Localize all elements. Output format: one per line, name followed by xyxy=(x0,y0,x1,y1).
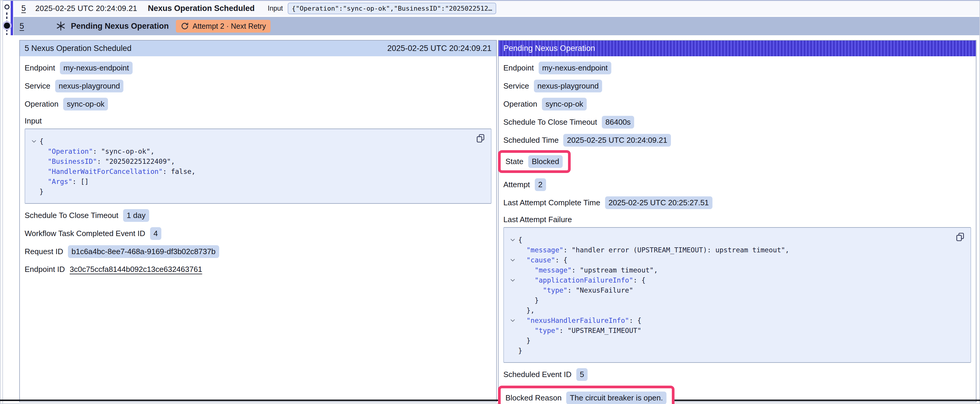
code-line: "type": "UPSTREAM_TIMEOUT" xyxy=(507,325,964,336)
code-line: "BusinessID": "20250225122409", xyxy=(28,156,485,166)
code-line: "message": "handler error (UPSTREAM_TIME… xyxy=(507,245,964,255)
field-row: Blocked ReasonThe circuit breaker is ope… xyxy=(506,391,667,404)
code-line: "Operation": "sync-op-ok", xyxy=(28,146,485,156)
event-timestamp: 2025-02-25 UTC 20:24:09.21 xyxy=(35,4,137,13)
code-gutter xyxy=(507,285,518,295)
event-detail-panel: 5 Nexus Operation Scheduled 2025-02-25 U… xyxy=(19,40,497,402)
field-label: Service xyxy=(503,81,529,90)
field-value-badge: 4 xyxy=(150,227,161,240)
right-panel-header: Pending Nexus Operation xyxy=(499,41,976,56)
temporal-event-history-screen: 5 2025-02-25 UTC 20:24:09.21 Nexus Opera… xyxy=(0,0,980,404)
code-gutter xyxy=(507,345,518,356)
code-text: "type": "NexusFailure" xyxy=(518,285,633,295)
event-row[interactable]: 5 2025-02-25 UTC 20:24:09.21 Nexus Opera… xyxy=(14,1,979,16)
detail-panels: 5 Nexus Operation Scheduled 2025-02-25 U… xyxy=(19,40,977,402)
collapse-chevron-icon[interactable] xyxy=(507,235,518,245)
field-value-badge: b1c6a4bc-8ee7-468a-9169-df3b02c8737b xyxy=(68,245,219,258)
field-label: Schedule To Close Timeout xyxy=(503,117,597,127)
retry-attempt-badge: Attempt 2 · Next Retry xyxy=(176,20,270,33)
collapse-chevron-icon[interactable] xyxy=(507,255,518,265)
copy-icon[interactable] xyxy=(955,232,965,242)
event-id-link[interactable]: 5 xyxy=(21,4,26,13)
code-line: } xyxy=(507,295,964,305)
field-value-badge: nexus-playground xyxy=(55,80,124,92)
field-value-badge: sync-op-ok xyxy=(63,98,108,111)
collapse-chevron-icon[interactable] xyxy=(28,136,40,146)
annotation-highlight-box: Blocked ReasonThe circuit breaker is ope… xyxy=(498,386,675,404)
code-text: } xyxy=(518,336,531,345)
json-code-block: { "message": "handler error (UPSTREAM_TI… xyxy=(503,227,971,363)
field-value-badge: my-nexus-endpoint xyxy=(539,62,611,74)
field-row: Operationsync-op-ok xyxy=(503,98,971,111)
field-label: Endpoint xyxy=(25,63,55,73)
section-label: Input xyxy=(25,116,492,125)
code-gutter xyxy=(507,336,518,345)
pending-title: Pending Nexus Operation xyxy=(71,22,169,31)
field-row: Schedule To Close Timeout86400s xyxy=(503,116,971,128)
event-input-label: Input xyxy=(268,5,283,13)
code-text: "nexusHandlerFailureInfo": { xyxy=(518,315,641,325)
right-panel-body: Endpointmy-nexus-endpointServicenexus-pl… xyxy=(499,62,976,404)
retry-icon xyxy=(181,22,189,30)
field-label: Scheduled Time xyxy=(503,136,558,145)
field-label: Scheduled Event ID xyxy=(503,370,571,379)
left-panel-body: Endpointmy-nexus-endpointServicenexus-pl… xyxy=(20,62,496,275)
field-row: Operationsync-op-ok xyxy=(25,98,492,111)
code-text: { xyxy=(518,235,522,245)
collapse-chevron-icon[interactable] xyxy=(507,275,518,285)
field-row: StateBlocked xyxy=(506,155,563,168)
field-row: Scheduled Event ID5 xyxy=(503,368,971,381)
copy-icon[interactable] xyxy=(476,133,485,143)
code-line: } xyxy=(507,336,964,345)
field-value-badge: 2025-02-25 UTC 20:25:27.51 xyxy=(605,196,713,209)
code-line: "applicationFailureInfo": { xyxy=(507,275,964,285)
code-line: "cause": { xyxy=(507,255,964,265)
field-row: Servicenexus-playground xyxy=(25,80,492,92)
right-panel-title: Pending Nexus Operation xyxy=(503,44,595,53)
code-text: } xyxy=(518,295,539,305)
code-text: "cause": { xyxy=(518,255,567,265)
field-label: Request ID xyxy=(25,247,63,256)
code-gutter xyxy=(28,176,40,187)
code-line: "type": "NexusFailure" xyxy=(507,285,964,295)
code-line: "HandlerWaitForCancellation": false, xyxy=(28,166,485,176)
code-text: }, xyxy=(518,305,535,315)
field-value-link[interactable]: 3c0c75ccfa8144b092c13ce632463761 xyxy=(70,265,202,274)
code-line: } xyxy=(28,187,485,196)
left-panel-header: 5 Nexus Operation Scheduled 2025-02-25 U… xyxy=(20,41,496,56)
left-divider xyxy=(2,0,3,404)
section-label: Last Attempt Failure xyxy=(503,215,971,224)
field-row: Endpointmy-nexus-endpoint xyxy=(503,62,971,74)
field-label: Workflow Task Completed Event ID xyxy=(25,229,145,238)
pending-id-link[interactable]: 5 xyxy=(19,22,24,31)
code-text: "HandlerWaitForCancellation": false, xyxy=(40,166,196,176)
code-line: } xyxy=(507,345,964,356)
code-gutter xyxy=(28,156,40,166)
field-row: Scheduled Time2025-02-25 UTC 20:24:09.21 xyxy=(503,134,971,147)
field-label: Attempt xyxy=(503,180,530,189)
code-text: { xyxy=(40,136,44,146)
code-line: { xyxy=(28,136,485,146)
code-gutter xyxy=(507,295,518,305)
field-row: Servicenexus-playground xyxy=(503,80,971,92)
field-value-badge: 1 day xyxy=(123,209,149,222)
field-value-badge: my-nexus-endpoint xyxy=(60,62,133,74)
field-value-badge: 2025-02-25 UTC 20:24:09.21 xyxy=(563,134,671,147)
json-code-block: { "Operation": "sync-op-ok", "BusinessID… xyxy=(25,128,492,204)
code-line: }, xyxy=(507,305,964,315)
field-label: Operation xyxy=(25,100,59,109)
code-text: "message": "handler error (UPSTREAM_TIME… xyxy=(518,245,789,255)
collapse-chevron-icon[interactable] xyxy=(507,315,518,325)
field-row: Endpoint ID3c0c75ccfa8144b092c13ce632463… xyxy=(25,263,492,275)
pending-operation-row[interactable]: 5 Pending Nexus Operation Attempt 2 · Ne… xyxy=(14,17,979,35)
field-label: Last Attempt Complete Time xyxy=(503,198,600,208)
code-gutter xyxy=(507,325,518,336)
field-label: State xyxy=(506,157,523,166)
annotation-highlight-box: StateBlocked xyxy=(498,150,571,173)
active-event-indicator-bar xyxy=(11,1,13,35)
event-input-preview-chip[interactable]: {"Operation":"sync-op-ok","BusinessID":"… xyxy=(288,3,496,14)
code-line: "nexusHandlerFailureInfo": { xyxy=(507,315,964,325)
field-row: Endpointmy-nexus-endpoint xyxy=(25,62,492,74)
field-label: Schedule To Close Timeout xyxy=(25,211,118,220)
field-row: Schedule To Close Timeout1 day xyxy=(25,209,492,222)
